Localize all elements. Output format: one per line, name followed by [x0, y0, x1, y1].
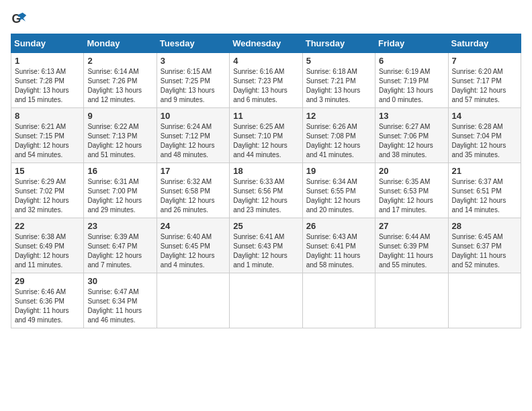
day-info: Sunrise: 6:39 AMSunset: 6:47 PMDaylight:… [87, 232, 152, 270]
day-info: Sunrise: 6:20 AMSunset: 7:17 PMDaylight:… [452, 67, 517, 105]
calendar-day-cell: 22Sunrise: 6:38 AMSunset: 6:49 PMDayligh… [11, 218, 84, 273]
calendar-day-cell: 7Sunrise: 6:20 AMSunset: 7:17 PMDaylight… [448, 53, 521, 108]
logo: G [11, 11, 30, 27]
column-header-wednesday: Wednesday [230, 34, 302, 53]
day-number: 28 [452, 221, 517, 231]
day-info: Sunrise: 6:22 AMSunset: 7:13 PMDaylight:… [87, 122, 152, 160]
calendar-day-cell: 29Sunrise: 6:46 AMSunset: 6:36 PMDayligh… [11, 273, 84, 328]
calendar-day-cell: 28Sunrise: 6:45 AMSunset: 6:37 PMDayligh… [448, 218, 521, 273]
calendar-table: SundayMondayTuesdayWednesdayThursdayFrid… [11, 34, 521, 328]
calendar-day-cell: 27Sunrise: 6:44 AMSunset: 6:39 PMDayligh… [375, 218, 448, 273]
day-number: 9 [87, 111, 152, 121]
day-info: Sunrise: 6:40 AMSunset: 6:45 PMDaylight:… [161, 232, 226, 270]
calendar-day-cell: 10Sunrise: 6:24 AMSunset: 7:12 PMDayligh… [157, 108, 229, 163]
day-number: 17 [161, 166, 226, 176]
day-number: 10 [161, 111, 226, 121]
calendar-week-row: 29Sunrise: 6:46 AMSunset: 6:36 PMDayligh… [11, 273, 521, 328]
day-info: Sunrise: 6:24 AMSunset: 7:12 PMDaylight:… [161, 122, 226, 160]
empty-cell [375, 273, 448, 328]
calendar-day-cell: 23Sunrise: 6:39 AMSunset: 6:47 PMDayligh… [84, 218, 157, 273]
calendar-day-cell: 26Sunrise: 6:43 AMSunset: 6:41 PMDayligh… [302, 218, 375, 273]
column-header-monday: Monday [84, 34, 157, 53]
calendar-week-row: 15Sunrise: 6:29 AMSunset: 7:02 PMDayligh… [11, 163, 521, 218]
day-info: Sunrise: 6:47 AMSunset: 6:34 PMDaylight:… [87, 287, 152, 325]
calendar-day-cell: 2Sunrise: 6:14 AMSunset: 7:26 PMDaylight… [84, 53, 157, 108]
empty-cell [302, 273, 375, 328]
day-number: 5 [306, 56, 371, 66]
day-number: 26 [306, 221, 371, 231]
day-info: Sunrise: 6:44 AMSunset: 6:39 PMDaylight:… [379, 232, 444, 270]
calendar-day-cell: 15Sunrise: 6:29 AMSunset: 7:02 PMDayligh… [11, 163, 84, 218]
day-number: 19 [306, 166, 371, 176]
day-number: 2 [87, 56, 152, 66]
calendar-day-cell: 19Sunrise: 6:34 AMSunset: 6:55 PMDayligh… [302, 163, 375, 218]
day-info: Sunrise: 6:27 AMSunset: 7:06 PMDaylight:… [379, 122, 444, 160]
column-header-tuesday: Tuesday [157, 34, 229, 53]
logo-icon: G [11, 11, 27, 27]
day-number: 7 [452, 56, 517, 66]
day-number: 13 [379, 111, 444, 121]
column-header-saturday: Saturday [448, 34, 521, 53]
column-header-sunday: Sunday [11, 34, 84, 53]
calendar-day-cell: 25Sunrise: 6:41 AMSunset: 6:43 PMDayligh… [230, 218, 302, 273]
day-info: Sunrise: 6:32 AMSunset: 6:58 PMDaylight:… [161, 177, 226, 215]
day-number: 25 [233, 221, 298, 231]
day-number: 30 [87, 276, 152, 286]
day-number: 27 [379, 221, 444, 231]
day-info: Sunrise: 6:41 AMSunset: 6:43 PMDaylight:… [233, 232, 298, 270]
calendar-day-cell: 3Sunrise: 6:15 AMSunset: 7:25 PMDaylight… [157, 53, 229, 108]
day-number: 8 [15, 111, 80, 121]
day-info: Sunrise: 6:45 AMSunset: 6:37 PMDaylight:… [452, 232, 517, 270]
day-info: Sunrise: 6:29 AMSunset: 7:02 PMDaylight:… [15, 177, 80, 215]
column-header-friday: Friday [375, 34, 448, 53]
calendar-day-cell: 1Sunrise: 6:13 AMSunset: 7:28 PMDaylight… [11, 53, 84, 108]
day-number: 11 [233, 111, 298, 121]
day-number: 21 [452, 166, 517, 176]
day-info: Sunrise: 6:28 AMSunset: 7:04 PMDaylight:… [452, 122, 517, 160]
day-info: Sunrise: 6:16 AMSunset: 7:23 PMDaylight:… [233, 67, 298, 105]
calendar-day-cell: 18Sunrise: 6:33 AMSunset: 6:56 PMDayligh… [230, 163, 302, 218]
day-info: Sunrise: 6:21 AMSunset: 7:15 PMDaylight:… [15, 122, 80, 160]
day-number: 24 [161, 221, 226, 231]
day-number: 12 [306, 111, 371, 121]
empty-cell [448, 273, 521, 328]
calendar-day-cell: 4Sunrise: 6:16 AMSunset: 7:23 PMDaylight… [230, 53, 302, 108]
calendar-week-row: 1Sunrise: 6:13 AMSunset: 7:28 PMDaylight… [11, 53, 521, 108]
calendar-day-cell: 13Sunrise: 6:27 AMSunset: 7:06 PMDayligh… [375, 108, 448, 163]
day-info: Sunrise: 6:15 AMSunset: 7:25 PMDaylight:… [161, 67, 226, 105]
svg-text:G: G [12, 12, 21, 26]
calendar-day-cell: 8Sunrise: 6:21 AMSunset: 7:15 PMDaylight… [11, 108, 84, 163]
day-info: Sunrise: 6:33 AMSunset: 6:56 PMDaylight:… [233, 177, 298, 215]
day-number: 6 [379, 56, 444, 66]
page-header: G [11, 11, 521, 27]
day-number: 16 [87, 166, 152, 176]
empty-cell [157, 273, 229, 328]
day-number: 18 [233, 166, 298, 176]
day-number: 23 [87, 221, 152, 231]
calendar-day-cell: 9Sunrise: 6:22 AMSunset: 7:13 PMDaylight… [84, 108, 157, 163]
calendar-day-cell: 5Sunrise: 6:18 AMSunset: 7:21 PMDaylight… [302, 53, 375, 108]
calendar-day-cell: 14Sunrise: 6:28 AMSunset: 7:04 PMDayligh… [448, 108, 521, 163]
calendar-day-cell: 6Sunrise: 6:19 AMSunset: 7:19 PMDaylight… [375, 53, 448, 108]
day-info: Sunrise: 6:46 AMSunset: 6:36 PMDaylight:… [15, 287, 80, 325]
day-number: 29 [15, 276, 80, 286]
day-info: Sunrise: 6:37 AMSunset: 6:51 PMDaylight:… [452, 177, 517, 215]
day-number: 3 [161, 56, 226, 66]
calendar-day-cell: 17Sunrise: 6:32 AMSunset: 6:58 PMDayligh… [157, 163, 229, 218]
day-number: 1 [15, 56, 80, 66]
day-number: 4 [233, 56, 298, 66]
day-number: 15 [15, 166, 80, 176]
day-info: Sunrise: 6:18 AMSunset: 7:21 PMDaylight:… [306, 67, 371, 105]
day-info: Sunrise: 6:43 AMSunset: 6:41 PMDaylight:… [306, 232, 371, 270]
day-info: Sunrise: 6:19 AMSunset: 7:19 PMDaylight:… [379, 67, 444, 105]
day-number: 20 [379, 166, 444, 176]
day-info: Sunrise: 6:25 AMSunset: 7:10 PMDaylight:… [233, 122, 298, 160]
calendar-day-cell: 16Sunrise: 6:31 AMSunset: 7:00 PMDayligh… [84, 163, 157, 218]
calendar-day-cell: 12Sunrise: 6:26 AMSunset: 7:08 PMDayligh… [302, 108, 375, 163]
day-info: Sunrise: 6:31 AMSunset: 7:00 PMDaylight:… [87, 177, 152, 215]
calendar-day-cell: 21Sunrise: 6:37 AMSunset: 6:51 PMDayligh… [448, 163, 521, 218]
day-info: Sunrise: 6:35 AMSunset: 6:53 PMDaylight:… [379, 177, 444, 215]
empty-cell [230, 273, 302, 328]
day-info: Sunrise: 6:14 AMSunset: 7:26 PMDaylight:… [87, 67, 152, 105]
calendar-day-cell: 24Sunrise: 6:40 AMSunset: 6:45 PMDayligh… [157, 218, 229, 273]
